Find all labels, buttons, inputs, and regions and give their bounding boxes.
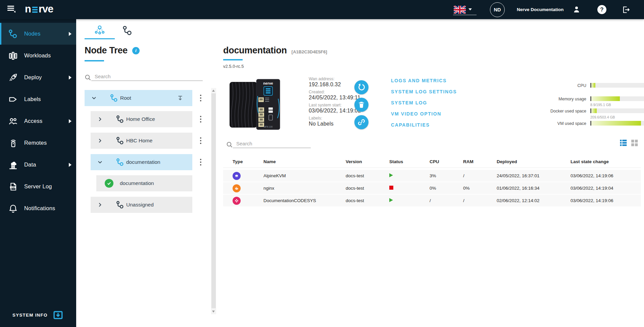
scroll-up-icon[interactable] (212, 90, 215, 92)
sidebar-item-label: Nodes (24, 31, 41, 37)
tree-scrollbar[interactable] (211, 88, 216, 314)
cpu-usage-value: 3.4% (590, 83, 644, 88)
status-running-icon (389, 198, 393, 202)
tree-item-hbc-home[interactable]: HBC Home (91, 133, 192, 149)
tree-item-documentation-node[interactable]: documentation (96, 175, 192, 191)
sidebar-item-notifications[interactable]: Notifications (0, 197, 76, 219)
sidebar-item-access[interactable]: Access (0, 110, 76, 132)
field-label: Created: (309, 90, 383, 94)
capabilities-link[interactable]: CAPABILITIES (391, 122, 478, 128)
reboot-button[interactable] (354, 80, 368, 94)
avatar[interactable]: ND (490, 2, 505, 17)
tree-item-label: HBC Home (126, 138, 152, 144)
sidebar-item-data[interactable]: Data (0, 154, 76, 176)
field-label: Wan address: (309, 77, 383, 81)
sidebar-item-server-log[interactable]: LOG Server Log (0, 176, 76, 197)
title-underline (223, 59, 243, 60)
online-status-icon (105, 179, 113, 188)
node-tree-search-input[interactable] (91, 73, 203, 81)
workload-last-state-change: 03/06/2022, 14:19:06 (571, 173, 641, 178)
chevron-right-icon[interactable] (97, 138, 103, 143)
nerve-logo: n rve (25, 3, 53, 15)
system-log-settings-link[interactable]: SYSTEM LOG SETTINGS (391, 89, 478, 94)
vm-space-value: 41.6% (590, 121, 644, 126)
connect-button[interactable] (354, 115, 368, 129)
workload-search-input[interactable] (233, 140, 311, 148)
tree-item-menu-icon[interactable] (197, 158, 204, 167)
node-serial: [A1B2C3D4E5F6] (292, 49, 327, 54)
system-info-button[interactable]: SYSTEM INFO (12, 311, 63, 320)
tree-item-menu-icon[interactable] (197, 115, 204, 124)
panel-title: Node Tree (85, 45, 128, 56)
chevron-right-icon[interactable] (97, 116, 103, 122)
workload-version: docs-test (346, 198, 389, 203)
tree-item-unassigned[interactable]: Unassigned (91, 197, 192, 213)
access-icon (8, 116, 18, 126)
labels-value: No Labels (309, 121, 383, 127)
data-icon (8, 160, 18, 170)
workload-ram: / (463, 198, 497, 203)
logo-text-end: rve (39, 3, 53, 15)
tree-item-root[interactable]: Root (85, 90, 192, 106)
tab-node-list[interactable] (115, 22, 140, 39)
workload-cpu: 3% (430, 173, 463, 178)
vm-type-icon (233, 172, 241, 180)
logout-icon[interactable] (622, 5, 630, 14)
tab-node-tree[interactable] (85, 22, 115, 39)
column-header-status: Status (389, 159, 430, 164)
sidebar-item-label: Labels (24, 96, 41, 102)
chevron-down-icon[interactable] (97, 159, 103, 165)
docker-type-icon (233, 184, 241, 192)
menu-toggle-icon[interactable] (7, 6, 15, 13)
chevron-down-icon (468, 8, 472, 10)
stat-label-memory: Memory usage (512, 97, 586, 101)
tree-item-menu-icon[interactable] (197, 94, 204, 102)
user-icon[interactable] (573, 5, 581, 13)
node-details-panel: documentation [A1B2C3D4E5F6] v2.5.0-rc.5… (223, 19, 644, 327)
chevron-down-icon[interactable] (91, 95, 97, 101)
device-photo: nerve MFN 100 (228, 77, 290, 132)
submenu-arrow-icon (69, 76, 71, 80)
workload-last-state-change: 03/06/2022, 14:19:04 (571, 186, 641, 191)
list-view-icon[interactable] (619, 139, 628, 147)
tree-item-documentation-folder[interactable]: documentation (91, 154, 192, 170)
sidebar-item-nodes[interactable]: Nodes (0, 23, 76, 45)
chevron-right-icon[interactable] (97, 202, 103, 207)
scroll-down-icon[interactable] (212, 311, 215, 313)
trash-icon (357, 101, 365, 109)
logs-and-metrics-link[interactable]: LOGS AND METRICS (391, 78, 478, 83)
nodes-icon (8, 29, 18, 39)
tree-item-menu-icon[interactable] (197, 136, 204, 145)
collapse-all-icon[interactable] (177, 95, 184, 101)
info-icon[interactable]: i (132, 47, 140, 54)
docker-space-caption: 8.9/195.1 GB (590, 103, 611, 107)
sidebar-item-labels[interactable]: Labels (0, 88, 76, 110)
vm-video-option-link[interactable]: VM VIDEO OPTION (391, 111, 478, 116)
tree-item-home-office[interactable]: Home Office (91, 111, 192, 127)
svg-text:LOG: LOG (11, 186, 15, 188)
system-log-link[interactable]: SYSTEM LOG (391, 100, 478, 105)
stat-label-docker: Docker used space (512, 109, 586, 113)
table-row[interactable]: AlpineKVM docs-test 3% / 24/05/2022, 16:… (223, 170, 641, 182)
table-row[interactable]: nginx docs-test 0% 0% 01/06/2022, 16:16:… (223, 182, 641, 194)
sidebar-item-deploy[interactable]: Deploy (0, 66, 76, 88)
stat-label-vm: VM used space (512, 121, 586, 126)
scrollbar-thumb[interactable] (211, 93, 216, 308)
labels-icon (8, 94, 18, 104)
help-icon[interactable]: ? (597, 5, 606, 14)
sidebar-item-label: Data (24, 161, 36, 168)
table-row[interactable]: DocumentationCODESYS docs-test / / 02/06… (223, 195, 641, 206)
workload-name: nginx (263, 186, 346, 191)
sidebar-item-label: Server Log (24, 183, 52, 190)
node-links: LOGS AND METRICS SYSTEM LOG SETTINGS SYS… (391, 78, 478, 133)
workload-deployed: 01/06/2022, 16:16:34 (497, 186, 571, 191)
sidebar-item-remotes[interactable]: Remotes (0, 132, 76, 154)
status-stopped-icon (389, 186, 393, 190)
column-header-deployed: Deployed (497, 159, 571, 164)
grid-view-icon[interactable] (630, 139, 639, 147)
system-info-download-icon (53, 311, 63, 320)
delete-button[interactable] (354, 98, 368, 112)
workload-name: AlpineKVM (263, 173, 346, 178)
workloads-icon (8, 51, 18, 61)
sidebar-item-workloads[interactable]: Workloads (0, 45, 76, 66)
